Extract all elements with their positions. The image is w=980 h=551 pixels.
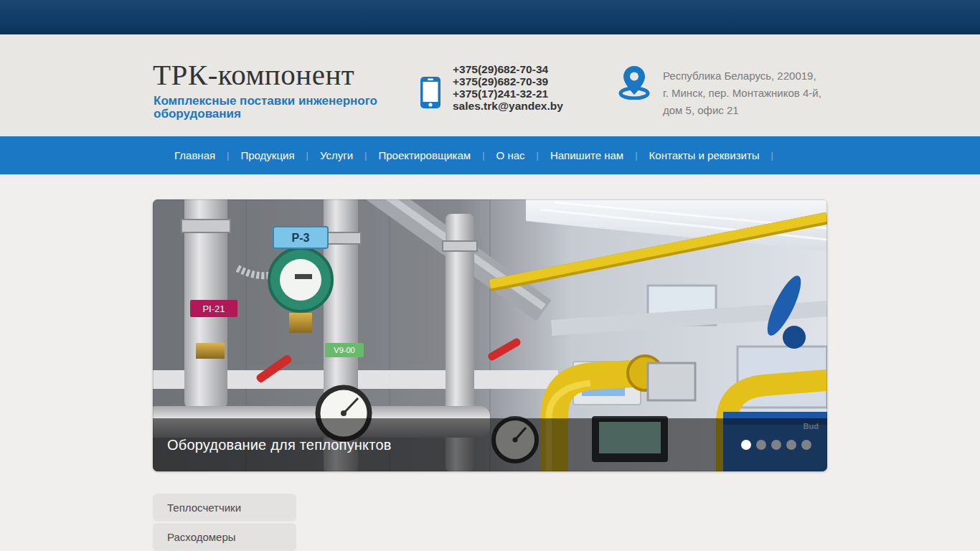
site-logo[interactable]: ТРК-компонент xyxy=(153,57,354,92)
photo-pressure-tag: PI-21 xyxy=(202,303,225,314)
phone-number-2: +375(29)682-70-39 xyxy=(453,75,563,88)
nav-item-designers[interactable]: Проектировщикам xyxy=(367,149,481,161)
slider-dot-5[interactable] xyxy=(801,440,811,450)
phone-number-1: +375(29)682-70-34 xyxy=(453,63,563,75)
location-pin-icon xyxy=(618,65,651,119)
slider-dot-2[interactable] xyxy=(756,440,766,450)
tagline-line-1: Комплексные поставки инженерного xyxy=(154,94,377,108)
nav-item-about[interactable]: О нас xyxy=(486,149,536,161)
top-bar xyxy=(0,0,980,34)
contact-phone-block: +375(29)682-70-34 +375(29)682-70-39 +375… xyxy=(420,63,563,112)
sidebar-item-heat-meters[interactable]: Теплосчетчики xyxy=(153,494,296,521)
category-menu: Теплосчетчики Расходомеры xyxy=(153,494,296,550)
slider-caption: Оборудование для теплопунктов xyxy=(153,437,392,453)
address-line-3: дом 5, офис 21 xyxy=(663,102,821,119)
nav-item-home[interactable]: Главная xyxy=(164,149,226,161)
hero-slider: Р-3 PI-21 V9-00 xyxy=(153,199,827,471)
slider-dot-1[interactable] xyxy=(741,440,751,450)
contact-email[interactable]: sales.trk@yandex.by xyxy=(453,100,563,112)
slider-dot-3[interactable] xyxy=(771,440,781,450)
contact-address-block: Республика Беларусь, 220019, г. Минск, п… xyxy=(618,65,821,119)
nav-divider: | xyxy=(771,150,774,161)
slider-dots xyxy=(741,440,811,450)
photo-valve-tag: V9-00 xyxy=(334,346,354,354)
nav-item-services[interactable]: Услуги xyxy=(309,149,364,161)
sidebar-item-flow-meters[interactable]: Расходомеры xyxy=(153,523,296,550)
slider-dot-4[interactable] xyxy=(786,440,796,450)
site-header: ТРК-компонент Комплексные поставки инжен… xyxy=(0,34,980,136)
nav-item-write-us[interactable]: Напишите нам xyxy=(540,149,634,161)
phone-number-3: +375(17)241-32-21 xyxy=(453,88,563,100)
tagline-line-2: оборудования xyxy=(154,107,241,121)
main-nav: Главная | Продукция | Услуги | Проектиро… xyxy=(0,136,980,174)
nav-item-contacts[interactable]: Контакты и реквизиты xyxy=(639,149,771,161)
main-menu: Главная | Продукция | Услуги | Проектиро… xyxy=(153,136,827,174)
phone-icon xyxy=(420,76,441,112)
photo-pump-tag: Р-3 xyxy=(292,232,310,244)
address-line-1: Республика Беларусь, 220019, xyxy=(663,67,821,85)
address-line-2: г. Минск, пер. Монтажников 4-й, xyxy=(663,85,821,102)
main-content: Р-3 PI-21 V9-00 xyxy=(0,199,980,550)
nav-item-products[interactable]: Продукция xyxy=(230,149,305,161)
site-tagline: Комплексные поставки инженерного оборудо… xyxy=(154,95,377,121)
slider-caption-bar: Оборудование для теплопунктов xyxy=(153,418,827,471)
